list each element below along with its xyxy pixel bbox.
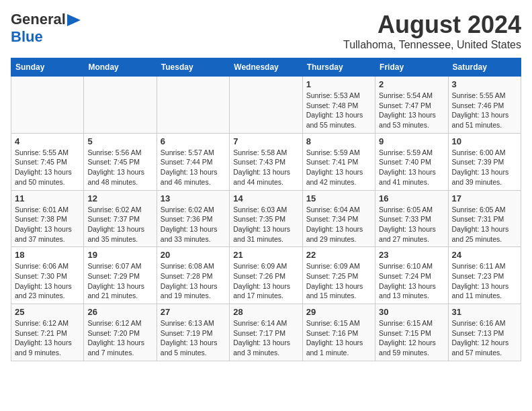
logo: General Blue bbox=[11, 11, 81, 46]
calendar-header-row: Sunday Monday Tuesday Wednesday Thursday… bbox=[11, 58, 521, 77]
calendar-cell: 12Sunrise: 6:02 AM Sunset: 7:37 PM Dayli… bbox=[84, 190, 157, 247]
day-number: 17 bbox=[452, 193, 517, 203]
day-info: Sunrise: 5:56 AM Sunset: 7:45 PM Dayligh… bbox=[87, 148, 152, 187]
day-number: 25 bbox=[15, 307, 80, 317]
page-header: General Blue August 2024 Tullahoma, Tenn… bbox=[11, 11, 521, 51]
day-info: Sunrise: 6:13 AM Sunset: 7:19 PM Dayligh… bbox=[161, 318, 226, 358]
calendar-cell: 31Sunrise: 6:16 AM Sunset: 7:13 PM Dayli… bbox=[448, 304, 521, 361]
logo-text-blue: Blue bbox=[11, 28, 43, 45]
calendar-week-row: 18Sunrise: 6:06 AM Sunset: 7:30 PM Dayli… bbox=[11, 247, 521, 304]
page-title: August 2024 bbox=[343, 11, 521, 39]
calendar-cell: 7Sunrise: 5:58 AM Sunset: 7:43 PM Daylig… bbox=[230, 133, 302, 190]
day-number: 1 bbox=[306, 79, 371, 89]
day-number: 22 bbox=[306, 250, 371, 260]
day-info: Sunrise: 6:08 AM Sunset: 7:28 PM Dayligh… bbox=[161, 261, 226, 301]
calendar-cell: 8Sunrise: 5:59 AM Sunset: 7:41 PM Daylig… bbox=[302, 133, 375, 190]
day-info: Sunrise: 6:11 AM Sunset: 7:23 PM Dayligh… bbox=[452, 261, 517, 301]
logo-arrow-icon bbox=[67, 14, 81, 26]
calendar-cell: 26Sunrise: 6:12 AM Sunset: 7:20 PM Dayli… bbox=[84, 304, 157, 361]
calendar-cell bbox=[230, 77, 302, 134]
calendar-cell bbox=[84, 77, 157, 134]
day-number: 11 bbox=[15, 193, 80, 203]
calendar-cell: 9Sunrise: 5:59 AM Sunset: 7:40 PM Daylig… bbox=[375, 133, 448, 190]
calendar-cell bbox=[11, 77, 84, 134]
calendar-cell: 15Sunrise: 6:04 AM Sunset: 7:34 PM Dayli… bbox=[302, 190, 375, 247]
calendar-cell: 19Sunrise: 6:07 AM Sunset: 7:29 PM Dayli… bbox=[84, 247, 157, 304]
calendar-cell: 27Sunrise: 6:13 AM Sunset: 7:19 PM Dayli… bbox=[157, 304, 229, 361]
day-info: Sunrise: 5:54 AM Sunset: 7:47 PM Dayligh… bbox=[379, 91, 444, 130]
calendar-cell: 1Sunrise: 5:53 AM Sunset: 7:48 PM Daylig… bbox=[302, 77, 375, 134]
day-info: Sunrise: 6:07 AM Sunset: 7:29 PM Dayligh… bbox=[87, 261, 152, 301]
day-info: Sunrise: 6:09 AM Sunset: 7:26 PM Dayligh… bbox=[233, 261, 298, 301]
day-info: Sunrise: 5:55 AM Sunset: 7:46 PM Dayligh… bbox=[452, 91, 517, 130]
day-number: 28 bbox=[233, 307, 298, 317]
day-number: 16 bbox=[379, 193, 444, 203]
calendar-cell: 29Sunrise: 6:15 AM Sunset: 7:16 PM Dayli… bbox=[302, 304, 375, 361]
calendar-cell: 10Sunrise: 6:00 AM Sunset: 7:39 PM Dayli… bbox=[448, 133, 521, 190]
calendar-cell: 11Sunrise: 6:01 AM Sunset: 7:38 PM Dayli… bbox=[11, 190, 84, 247]
calendar-cell: 16Sunrise: 6:05 AM Sunset: 7:33 PM Dayli… bbox=[375, 190, 448, 247]
day-info: Sunrise: 6:16 AM Sunset: 7:13 PM Dayligh… bbox=[452, 318, 517, 358]
calendar-cell: 14Sunrise: 6:03 AM Sunset: 7:35 PM Dayli… bbox=[230, 190, 302, 247]
day-number: 24 bbox=[452, 250, 517, 260]
calendar-cell: 4Sunrise: 5:55 AM Sunset: 7:45 PM Daylig… bbox=[11, 133, 84, 190]
day-number: 29 bbox=[306, 307, 371, 317]
day-number: 15 bbox=[306, 193, 371, 203]
calendar-cell bbox=[157, 77, 229, 134]
day-info: Sunrise: 5:59 AM Sunset: 7:41 PM Dayligh… bbox=[306, 148, 371, 187]
logo-text-general: General bbox=[11, 11, 66, 28]
day-number: 23 bbox=[379, 250, 444, 260]
col-sunday: Sunday bbox=[11, 58, 84, 77]
calendar-cell: 2Sunrise: 5:54 AM Sunset: 7:47 PM Daylig… bbox=[375, 77, 448, 134]
day-info: Sunrise: 5:59 AM Sunset: 7:40 PM Dayligh… bbox=[379, 148, 444, 187]
col-friday: Friday bbox=[375, 58, 448, 77]
day-info: Sunrise: 5:53 AM Sunset: 7:48 PM Dayligh… bbox=[306, 91, 371, 130]
day-info: Sunrise: 6:14 AM Sunset: 7:17 PM Dayligh… bbox=[233, 318, 298, 358]
day-info: Sunrise: 5:58 AM Sunset: 7:43 PM Dayligh… bbox=[233, 148, 298, 187]
col-wednesday: Wednesday bbox=[230, 58, 302, 77]
calendar-cell: 22Sunrise: 6:09 AM Sunset: 7:25 PM Dayli… bbox=[302, 247, 375, 304]
calendar-cell: 30Sunrise: 6:15 AM Sunset: 7:15 PM Dayli… bbox=[375, 304, 448, 361]
day-number: 4 bbox=[15, 136, 80, 146]
day-info: Sunrise: 5:57 AM Sunset: 7:44 PM Dayligh… bbox=[161, 148, 226, 187]
calendar-cell: 6Sunrise: 5:57 AM Sunset: 7:44 PM Daylig… bbox=[157, 133, 229, 190]
col-saturday: Saturday bbox=[448, 58, 521, 77]
calendar-cell: 5Sunrise: 5:56 AM Sunset: 7:45 PM Daylig… bbox=[84, 133, 157, 190]
calendar-cell: 25Sunrise: 6:12 AM Sunset: 7:21 PM Dayli… bbox=[11, 304, 84, 361]
day-number: 31 bbox=[452, 307, 517, 317]
day-number: 2 bbox=[379, 79, 444, 89]
day-number: 21 bbox=[233, 250, 298, 260]
calendar-cell: 18Sunrise: 6:06 AM Sunset: 7:30 PM Dayli… bbox=[11, 247, 84, 304]
day-info: Sunrise: 5:55 AM Sunset: 7:45 PM Dayligh… bbox=[15, 148, 80, 187]
calendar-table: Sunday Monday Tuesday Wednesday Thursday… bbox=[11, 58, 521, 361]
calendar-cell: 17Sunrise: 6:05 AM Sunset: 7:31 PM Dayli… bbox=[448, 190, 521, 247]
day-number: 20 bbox=[161, 250, 226, 260]
day-number: 7 bbox=[233, 136, 298, 146]
title-block: August 2024 Tullahoma, Tennessee, United… bbox=[343, 11, 521, 51]
calendar-week-row: 4Sunrise: 5:55 AM Sunset: 7:45 PM Daylig… bbox=[11, 133, 521, 190]
calendar-cell: 24Sunrise: 6:11 AM Sunset: 7:23 PM Dayli… bbox=[448, 247, 521, 304]
calendar-cell: 23Sunrise: 6:10 AM Sunset: 7:24 PM Dayli… bbox=[375, 247, 448, 304]
day-number: 12 bbox=[87, 193, 152, 203]
day-info: Sunrise: 6:02 AM Sunset: 7:36 PM Dayligh… bbox=[161, 205, 226, 244]
day-number: 26 bbox=[87, 307, 152, 317]
calendar-week-row: 11Sunrise: 6:01 AM Sunset: 7:38 PM Dayli… bbox=[11, 190, 521, 247]
day-info: Sunrise: 6:05 AM Sunset: 7:33 PM Dayligh… bbox=[379, 205, 444, 244]
day-info: Sunrise: 6:05 AM Sunset: 7:31 PM Dayligh… bbox=[452, 205, 517, 244]
calendar-week-row: 1Sunrise: 5:53 AM Sunset: 7:48 PM Daylig… bbox=[11, 77, 521, 134]
calendar-cell: 13Sunrise: 6:02 AM Sunset: 7:36 PM Dayli… bbox=[157, 190, 229, 247]
day-info: Sunrise: 6:02 AM Sunset: 7:37 PM Dayligh… bbox=[87, 205, 152, 244]
day-info: Sunrise: 6:03 AM Sunset: 7:35 PM Dayligh… bbox=[233, 205, 298, 244]
day-number: 8 bbox=[306, 136, 371, 146]
day-number: 27 bbox=[161, 307, 226, 317]
page-subtitle: Tullahoma, Tennessee, United States bbox=[343, 39, 521, 51]
day-number: 10 bbox=[452, 136, 517, 146]
calendar-week-row: 25Sunrise: 6:12 AM Sunset: 7:21 PM Dayli… bbox=[11, 304, 521, 361]
day-number: 13 bbox=[161, 193, 226, 203]
day-info: Sunrise: 6:15 AM Sunset: 7:15 PM Dayligh… bbox=[379, 318, 444, 358]
calendar-cell: 3Sunrise: 5:55 AM Sunset: 7:46 PM Daylig… bbox=[448, 77, 521, 134]
svg-marker-0 bbox=[67, 14, 81, 26]
calendar-cell: 28Sunrise: 6:14 AM Sunset: 7:17 PM Dayli… bbox=[230, 304, 302, 361]
day-info: Sunrise: 6:00 AM Sunset: 7:39 PM Dayligh… bbox=[452, 148, 517, 187]
day-number: 18 bbox=[15, 250, 80, 260]
